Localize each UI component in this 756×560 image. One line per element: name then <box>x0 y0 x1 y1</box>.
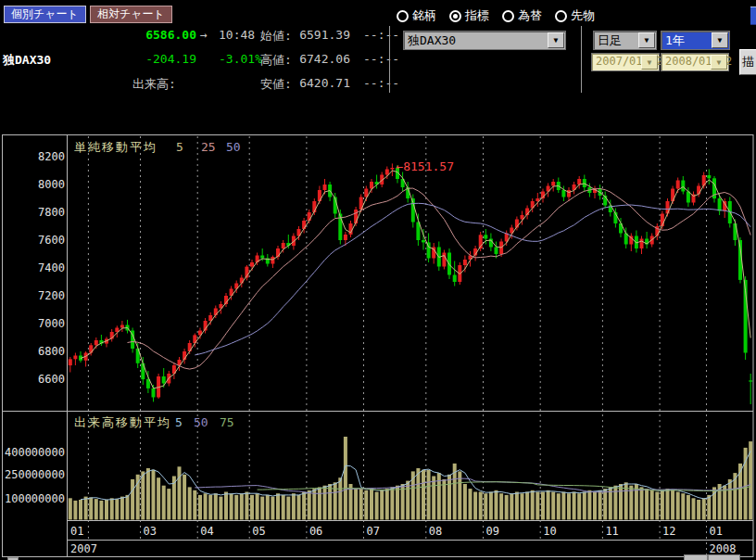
instrument-name: 独DAX30 <box>3 52 51 69</box>
svg-text:250000000: 250000000 <box>5 468 65 481</box>
svg-text:11: 11 <box>605 525 618 538</box>
svg-text:06: 06 <box>309 525 322 538</box>
annotation-high: ←8151.57 <box>396 159 454 173</box>
radio-fx-label: 為替 <box>518 7 542 24</box>
chart-canvas[interactable]: 8200800078007600740072007000680066004000… <box>2 134 754 559</box>
svg-text:7600: 7600 <box>38 234 65 247</box>
radio-circle-icon <box>397 10 409 22</box>
price-axis-labels: 820080007800760074007200700068006600 <box>38 150 65 386</box>
svg-text:2007: 2007 <box>70 542 97 555</box>
svg-text:25: 25 <box>201 140 216 154</box>
svg-text:6800: 6800 <box>38 345 65 358</box>
svg-text:7200: 7200 <box>38 289 65 302</box>
draw-button[interactable]: 描 <box>739 49 756 75</box>
svg-text:7800: 7800 <box>38 206 65 219</box>
svg-text:単純移動平均: 単純移動平均 <box>74 140 158 154</box>
volume-axis-labels: 400000000250000000100000000 <box>5 446 65 505</box>
high-time: --:-- <box>363 52 399 66</box>
svg-text:08: 08 <box>429 525 442 538</box>
svg-text:10: 10 <box>543 525 556 538</box>
svg-text:8200: 8200 <box>38 150 65 163</box>
svg-text:100000000: 100000000 <box>5 492 65 505</box>
period-select[interactable]: 日足 ▼ <box>593 31 657 50</box>
svg-text:7000: 7000 <box>38 317 65 330</box>
radio-futures-label: 先物 <box>571 7 595 24</box>
svg-text:75: 75 <box>220 415 234 429</box>
svg-text:04: 04 <box>200 525 213 538</box>
svg-text:09: 09 <box>486 525 499 538</box>
scrollbar-fragment[interactable] <box>708 554 740 560</box>
price-ma-line-50 <box>195 203 750 355</box>
range-select[interactable]: 1年 ▼ <box>661 31 730 50</box>
quote-time: 10:48 <box>219 28 255 42</box>
direction-arrow-icon: → <box>200 28 208 42</box>
volume-bars <box>69 437 752 520</box>
price-ma-line-25 <box>128 188 751 369</box>
svg-text:12: 12 <box>662 525 675 538</box>
open-value: 6591.39 <box>298 28 350 42</box>
svg-text:07: 07 <box>367 525 380 538</box>
radio-circle-icon <box>555 10 567 22</box>
volume-ma-legend: 出来高移動平均55075 <box>74 415 234 429</box>
low-label: 安値: <box>260 76 292 93</box>
scrollbar-fragment[interactable] <box>684 554 708 560</box>
svg-text:50: 50 <box>226 140 241 154</box>
chevron-down-icon[interactable]: ▼ <box>711 55 727 70</box>
date-to-picker[interactable]: 2008/01/22 ▼ <box>661 53 729 71</box>
header-separator <box>389 26 390 93</box>
volume-label: 出来高: <box>132 76 176 93</box>
low-time: --:-- <box>363 76 399 90</box>
svg-text:5: 5 <box>175 415 183 429</box>
chart-application-window: 個別チャート 相対チャート 銘柄 指標 為替 先物 独DAX30 6586.00… <box>0 0 756 560</box>
svg-text:6600: 6600 <box>38 373 65 386</box>
radio-circle-icon <box>502 10 514 22</box>
radio-stock-label: 銘柄 <box>412 7 436 24</box>
svg-text:01: 01 <box>710 525 723 538</box>
tab-individual-chart[interactable]: 個別チャート <box>4 6 86 23</box>
chevron-down-icon[interactable]: ▼ <box>641 55 658 70</box>
chevron-down-icon[interactable]: ▼ <box>548 32 564 48</box>
radio-circle-icon <box>449 10 461 22</box>
radio-index[interactable]: 指標 <box>449 7 489 24</box>
svg-text:03: 03 <box>144 525 157 538</box>
radio-futures[interactable]: 先物 <box>555 7 595 24</box>
radio-index-label: 指標 <box>465 7 489 24</box>
price-change-percent: -3.01% <box>219 52 262 66</box>
partial-button-top-right[interactable] <box>750 6 756 25</box>
svg-text:5: 5 <box>176 140 183 154</box>
price-ma-legend: 単純移動平均52550 <box>74 140 241 154</box>
low-value: 6420.71 <box>298 76 350 90</box>
svg-text:8000: 8000 <box>38 178 65 191</box>
header-separator <box>581 26 582 93</box>
range-select-value: 1年 <box>665 32 685 49</box>
svg-text:01: 01 <box>70 525 83 538</box>
radio-stock[interactable]: 銘柄 <box>397 7 436 24</box>
chevron-down-icon[interactable]: ▼ <box>638 32 655 48</box>
category-radio-group: 銘柄 指標 為替 先物 <box>397 7 595 24</box>
svg-text:05: 05 <box>252 525 265 538</box>
svg-text:出来高移動平均: 出来高移動平均 <box>74 415 171 429</box>
symbol-select[interactable]: 独DAX30 ▼ <box>403 31 566 50</box>
high-value: 6742.06 <box>298 52 350 66</box>
high-label: 高値: <box>260 52 292 69</box>
chevron-down-icon[interactable]: ▼ <box>712 32 728 48</box>
svg-text:2008: 2008 <box>710 542 737 555</box>
svg-text:50: 50 <box>194 415 208 429</box>
radio-fx[interactable]: 為替 <box>502 7 542 24</box>
symbol-select-value: 独DAX30 <box>408 32 456 49</box>
svg-text:400000000: 400000000 <box>5 446 65 459</box>
last-price: 6586.00 <box>111 28 196 42</box>
open-time: --:-- <box>363 28 399 42</box>
date-from-picker[interactable]: 2007/01/22 ▼ <box>591 53 660 71</box>
svg-text:7400: 7400 <box>38 261 65 274</box>
candles <box>69 163 752 404</box>
period-select-value: 日足 <box>598 32 622 49</box>
tab-relative-chart[interactable]: 相対チャート <box>90 6 172 23</box>
price-change: -204.19 <box>111 52 196 66</box>
open-label: 始値: <box>260 28 292 45</box>
